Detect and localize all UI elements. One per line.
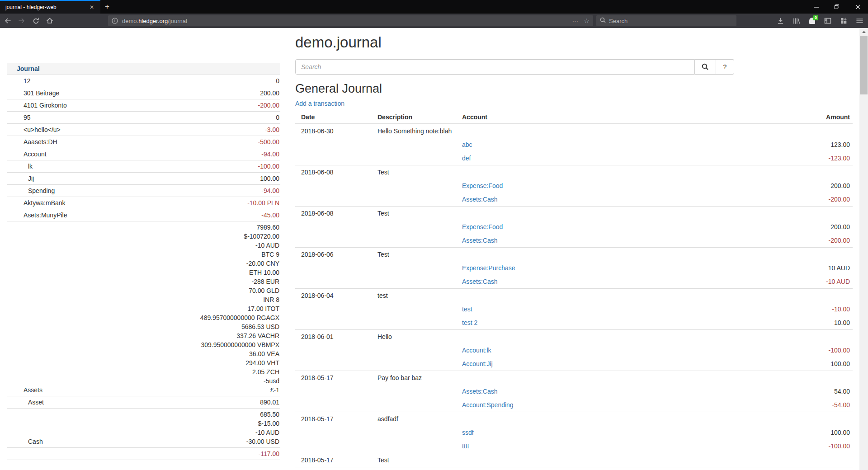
transaction-row: 2018-05-17asdfadfssdf100.00tttt-100.00 — [295, 412, 853, 453]
posting-account-link[interactable]: Assets:Cash — [462, 388, 498, 395]
transaction-title-line: 2018-06-04test — [295, 289, 853, 302]
sidebar-account-link[interactable]: Assets — [7, 385, 42, 395]
page-actions-icon[interactable]: ⋯ — [572, 17, 578, 24]
journal-search-group: ? — [295, 59, 853, 75]
menu-button[interactable] — [854, 15, 865, 27]
posting-amount: -10 AUD — [826, 278, 853, 285]
tab-journal[interactable]: journal - hledger-web ✕ — [0, 0, 100, 14]
search-help-button[interactable]: ? — [716, 59, 734, 75]
transaction-date: 2018-06-08 — [295, 169, 377, 176]
posting-account-link[interactable]: tttt — [462, 442, 469, 450]
home-button[interactable] — [43, 15, 56, 27]
sidebar-account-balance: -200.00 — [67, 101, 280, 110]
transaction-row: 2018-06-04testtest-10.00test 210.00 — [295, 289, 853, 330]
posting-account-link[interactable]: test — [462, 306, 472, 313]
sidebar-account-row: Assets7989.60$-100720.00-10 AUDBTC 9-20.… — [7, 221, 280, 396]
posting-account-link[interactable]: abc — [462, 141, 472, 148]
vertical-scrollbar[interactable] — [859, 28, 868, 470]
sidebar-account-link[interactable]: <u>hello</u> — [7, 125, 61, 134]
site-info-icon[interactable] — [112, 18, 118, 24]
back-button[interactable] — [1, 15, 14, 27]
sidebar-account-link[interactable]: Asset — [7, 398, 44, 407]
balance-amount: 489.957000000000 RGAGX — [200, 313, 279, 322]
up-triangle-icon — [862, 31, 866, 33]
scrollbar-up-arrow[interactable] — [859, 28, 868, 36]
forward-button[interactable] — [15, 15, 28, 27]
transaction-row: 2018-06-01HelloAccount:lk-100.00Account:… — [295, 330, 853, 371]
column-description: Description — [377, 113, 462, 121]
balance-amount: INR 8 — [263, 295, 279, 304]
posting-account-link[interactable]: def — [462, 155, 471, 162]
posting-amount: 10.00 — [834, 319, 853, 326]
posting-account-link[interactable]: ssdf — [462, 429, 474, 436]
new-tab-button[interactable]: + — [100, 0, 114, 14]
scrollbar-thumb[interactable] — [860, 36, 868, 94]
journal-search-button[interactable] — [695, 59, 716, 75]
posting-account-link[interactable]: Assets:Cash — [462, 237, 498, 244]
tiles-button[interactable] — [838, 15, 849, 27]
posting-account-link[interactable]: Account:Jij — [462, 360, 493, 367]
library-icon — [793, 18, 800, 24]
balance-amount: -10 AUD — [255, 428, 279, 437]
posting-account-link[interactable]: Account:Spending — [462, 401, 514, 409]
sidebar-account-link[interactable]: Asets:MunyPile — [7, 211, 67, 220]
bookmark-star-icon[interactable]: ☆ — [584, 17, 590, 24]
posting-account-link[interactable]: test 2 — [462, 319, 477, 326]
posting-account-link[interactable]: Expense:Food — [462, 223, 503, 230]
sidebar-account-row: 950 — [7, 112, 280, 124]
sidebar-account-link[interactable]: 12 — [7, 76, 31, 85]
posting-line: Assets:Cash-200.00 — [295, 193, 853, 206]
extension-button[interactable]: 0 — [806, 15, 818, 27]
sidebar-account-link[interactable]: Cash — [7, 437, 43, 446]
posting-account-link[interactable]: Assets:Cash — [462, 196, 498, 203]
downloads-button[interactable] — [774, 15, 786, 27]
posting-account-link[interactable]: Assets:Cash — [462, 278, 498, 285]
posting-account-link[interactable]: Expense:Food — [462, 182, 503, 189]
posting-account-link[interactable]: Expense:Purchase — [462, 264, 515, 272]
sidebar-account-link[interactable]: 4101 Girokonto — [7, 101, 67, 110]
sidebar-account-link[interactable]: lk — [7, 162, 33, 171]
sidebar-account-link[interactable]: Aktywa:mBank — [7, 198, 66, 207]
journal-search-input[interactable] — [295, 59, 695, 75]
sidebar-account-row: 301 Beiträge200.00 — [7, 87, 280, 99]
transaction-description: Test — [377, 210, 853, 217]
posting-line: Account:Jij100.00 — [295, 357, 853, 371]
library-button[interactable] — [790, 15, 802, 27]
posting-line: test-10.00 — [295, 302, 853, 316]
sidebar-account-balance: -117.00 — [24, 449, 280, 458]
sidebar-journal-link[interactable]: Journal — [17, 65, 40, 72]
close-button[interactable] — [847, 0, 868, 14]
transaction-date: 2018-06-06 — [295, 251, 377, 258]
add-transaction-link[interactable]: Add a transaction — [295, 99, 344, 108]
url-text[interactable]: demo.hledger.org/journal — [122, 18, 572, 24]
transaction-row: 2018-05-17Pay foo bar bazAssets:Cash54.0… — [295, 371, 853, 412]
sidebar-account-link[interactable]: 95 — [7, 113, 31, 122]
sidebar-account-balance: -100.00 — [33, 162, 280, 171]
minimize-icon — [814, 5, 819, 9]
sidebar-account-link[interactable]: Aaasets:DH — [7, 137, 57, 146]
transaction-date: 2018-06-08 — [295, 210, 377, 217]
posting-line: def-123.00 — [295, 151, 853, 165]
transaction-row: 2018-05-17Test — [295, 453, 853, 467]
transaction-row: 2018-06-08TestExpense:Food200.00Assets:C… — [295, 165, 853, 207]
url-actions: ⋯☆ — [572, 17, 590, 24]
posting-account-link[interactable]: Account:lk — [462, 347, 491, 354]
sidebar-account-link[interactable]: 301 Beiträge — [7, 89, 59, 98]
reload-icon — [33, 18, 39, 24]
sidebar-account-link[interactable]: Account — [7, 150, 47, 159]
tab-close-icon[interactable]: ✕ — [88, 3, 96, 11]
info-circle-icon — [112, 18, 118, 24]
url-bar[interactable]: demo.hledger.org/journal ⋯☆ — [108, 15, 593, 26]
sidebar-account-balance: 0 — [31, 113, 280, 122]
posting-amount: 54.00 — [834, 388, 853, 395]
reload-button[interactable] — [29, 15, 42, 27]
browser-search-bar[interactable]: Search — [596, 15, 736, 26]
sidebar-account-link[interactable]: Spending — [7, 186, 55, 195]
url-domain: hledger.org — [138, 18, 168, 24]
sidebar-account-link[interactable]: Jij — [7, 174, 34, 183]
restore-button[interactable] — [826, 0, 847, 14]
posting-amount: -100.00 — [829, 442, 853, 450]
balance-amount: -30.00 USD — [246, 437, 279, 446]
sidebar-toggle-button[interactable] — [822, 15, 834, 27]
minimize-button[interactable] — [806, 0, 826, 14]
